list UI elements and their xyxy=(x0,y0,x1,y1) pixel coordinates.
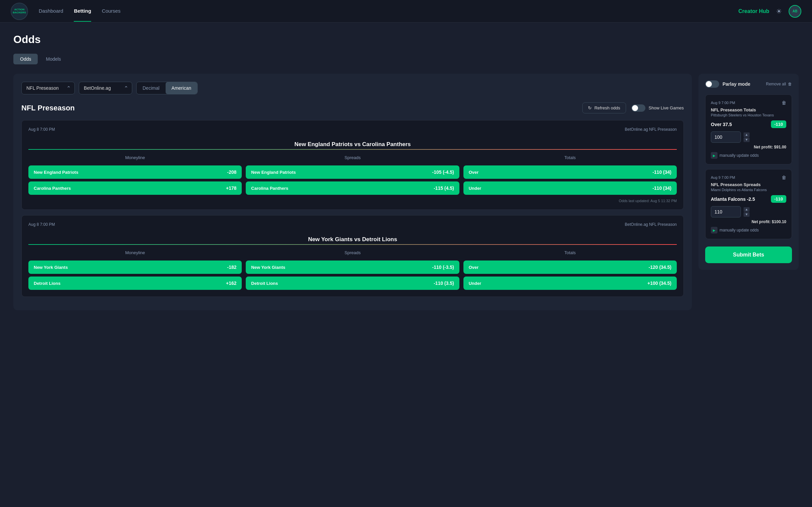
bet-input-row-1: ▲ ▼ xyxy=(711,206,786,218)
team-name: Carolina Panthers xyxy=(251,186,288,191)
league-select-wrapper: NFL Preseason ⌃ xyxy=(21,82,75,95)
odds-col-totals-0: Totals Over -110 (34) Under -110 (34) xyxy=(463,155,677,195)
sidebar-panel: Parlay mode Remove all 🗑 Aug 9 7:00 PM 🗑… xyxy=(699,74,799,270)
tab-odds[interactable]: Odds xyxy=(13,54,38,64)
creator-hub-link[interactable]: Creator Hub xyxy=(739,8,769,14)
league-select[interactable]: NFL Preseason xyxy=(21,82,75,95)
logo-text: ACTIONBACKERS xyxy=(13,8,26,14)
tab-models[interactable]: Models xyxy=(39,54,67,64)
bet-wager-input-0[interactable] xyxy=(711,131,741,143)
bet-delete-1[interactable]: 🗑 xyxy=(781,175,786,180)
odds-value: -182 xyxy=(227,265,237,270)
game-title-underline-1 xyxy=(29,244,677,245)
trash-icon: 🗑 xyxy=(788,82,792,87)
manually-update-1[interactable]: ▶ manually update odds xyxy=(711,227,786,233)
odds-col-moneyline-0: Moneyline New England Patriots -208 Caro… xyxy=(29,155,242,195)
bet-stepper-1: ▲ ▼ xyxy=(744,207,750,217)
spread-btn-cp[interactable]: Carolina Panthers -115 (4.5) xyxy=(246,181,459,195)
totals-header-1: Totals xyxy=(463,250,677,255)
moneyline-btn-cp[interactable]: Carolina Panthers +178 xyxy=(29,181,242,195)
parlay-mode-toggle[interactable] xyxy=(705,80,719,88)
odds-value: -110 (34) xyxy=(652,185,671,191)
game-header-row-1: Aug 8 7:00 PM BetOnline.ag NFL Preseason xyxy=(29,222,677,232)
game-date-1: Aug 8 7:00 PM xyxy=(29,222,55,227)
moneyline-btn-ne[interactable]: New England Patriots -208 xyxy=(29,165,242,179)
section-controls: ↻ Refresh odds Show Live Games xyxy=(582,102,684,113)
remove-all-button[interactable]: Remove all 🗑 xyxy=(766,82,792,87)
manually-update-icon-0: ▶ xyxy=(711,152,717,159)
game-source-0: BetOnline.ag NFL Preseason xyxy=(625,127,677,132)
total-btn-over-1[interactable]: Over -120 (34.5) xyxy=(463,261,677,274)
moneyline-btn-dl[interactable]: Detroit Lions +162 xyxy=(29,277,242,290)
book-select-wrapper: BetOnline.ag ⌃ xyxy=(79,82,132,95)
content-layout: NFL Preseason ⌃ BetOnline.ag ⌃ Decimal A… xyxy=(13,74,799,310)
net-profit-1: Net profit: $100.10 xyxy=(711,220,786,224)
total-btn-under-1[interactable]: Under +100 (34.5) xyxy=(463,277,677,290)
parlay-toggle-knob xyxy=(706,81,712,87)
game-title-1: New York Giants vs Detroit Lions xyxy=(308,236,397,243)
bet-selection-row-0: Over 37.5 -110 xyxy=(711,120,786,128)
bet-wager-input-1[interactable] xyxy=(711,206,741,218)
game-title-area-0: New England Patriots vs Carolina Panther… xyxy=(29,141,677,150)
spread-btn-nyg[interactable]: New York Giants -110 (-3.5) xyxy=(246,261,459,274)
logo[interactable]: ACTIONBACKERS xyxy=(11,3,28,20)
spread-btn-ne[interactable]: New England Patriots -105 (-4.5) xyxy=(246,165,459,179)
refresh-label: Refresh odds xyxy=(594,105,620,110)
nav-betting[interactable]: Betting xyxy=(74,1,91,22)
odds-value: -208 xyxy=(227,169,237,175)
nav-dashboard[interactable]: Dashboard xyxy=(39,1,63,22)
stepper-up-0[interactable]: ▲ xyxy=(744,132,750,137)
stepper-down-1[interactable]: ▼ xyxy=(744,212,750,217)
odds-col-moneyline-1: Moneyline New York Giants -182 Detroit L… xyxy=(29,250,242,290)
odds-value: -115 (4.5) xyxy=(434,185,454,191)
bet-delete-0[interactable]: 🗑 xyxy=(781,100,786,105)
team-name: New York Giants xyxy=(34,265,68,270)
parlay-toggle-area: Parlay mode xyxy=(705,80,750,88)
team-name: Detroit Lions xyxy=(251,281,278,286)
odds-col-totals-1: Totals Over -120 (34.5) Under +100 (34.5… xyxy=(463,250,677,290)
game-card-0: Aug 8 7:00 PM BetOnline.ag NFL Preseason… xyxy=(21,120,684,210)
live-toggle-knob xyxy=(632,105,638,111)
book-select[interactable]: BetOnline.ag xyxy=(79,82,132,95)
avatar[interactable]: AB xyxy=(789,5,801,18)
team-name: Under xyxy=(469,281,481,286)
submit-bets-button[interactable]: Submit Bets xyxy=(705,246,792,263)
total-btn-under[interactable]: Under -110 (34) xyxy=(463,181,677,195)
bet-date-0: Aug 9 7:00 PM xyxy=(711,101,735,105)
team-name: New England Patriots xyxy=(34,170,79,175)
moneyline-header-1: Moneyline xyxy=(29,250,242,255)
manually-update-0[interactable]: ▶ manually update odds xyxy=(711,152,786,159)
live-games-label: Show Live Games xyxy=(649,105,684,110)
theme-toggle-icon[interactable]: ☀ xyxy=(776,7,782,15)
stepper-up-1[interactable]: ▲ xyxy=(744,207,750,212)
format-decimal-btn[interactable]: Decimal xyxy=(137,82,166,94)
live-games-toggle[interactable] xyxy=(631,104,645,112)
bet-type-0: NFL Preseason Totals xyxy=(711,107,786,112)
game-title-0: New England Patriots vs Carolina Panther… xyxy=(295,141,411,148)
spread-btn-dl[interactable]: Detroit Lions -110 (3.5) xyxy=(246,277,459,290)
nav-right: Creator Hub ☀ AB xyxy=(739,5,801,18)
refresh-icon: ↻ xyxy=(588,105,592,110)
odds-format-toggle: Decimal American xyxy=(136,82,198,95)
odds-panel: NFL Preseason ⌃ BetOnline.ag ⌃ Decimal A… xyxy=(13,74,692,310)
bet-item-header-0: Aug 9 7:00 PM 🗑 xyxy=(711,100,786,105)
game-title-area-1: New York Giants vs Detroit Lions xyxy=(29,236,677,245)
odds-value: -110 (3.5) xyxy=(434,281,454,286)
total-btn-over[interactable]: Over -110 (34) xyxy=(463,165,677,179)
bet-input-row-0: ▲ ▼ xyxy=(711,131,786,143)
nav-courses[interactable]: Courses xyxy=(102,1,120,22)
game-date-0: Aug 8 7:00 PM xyxy=(29,127,55,132)
team-name: New York Giants xyxy=(251,265,285,270)
controls-row: NFL Preseason ⌃ BetOnline.ag ⌃ Decimal A… xyxy=(21,82,684,95)
manually-update-icon-1: ▶ xyxy=(711,227,717,233)
bet-item-header-1: Aug 9 7:00 PM 🗑 xyxy=(711,175,786,180)
bet-stepper-0: ▲ ▼ xyxy=(744,132,750,142)
refresh-button[interactable]: ↻ Refresh odds xyxy=(582,102,626,113)
net-profit-label-0: Net profit: $91.00 xyxy=(754,145,786,150)
format-american-btn[interactable]: American xyxy=(166,82,197,94)
bet-odds-badge-0: -110 xyxy=(771,120,786,128)
odds-footer-0: Odds last updated: Aug 5 11:32 PM xyxy=(29,199,677,203)
moneyline-btn-nyg[interactable]: New York Giants -182 xyxy=(29,261,242,274)
team-name: Over xyxy=(469,265,479,270)
stepper-down-0[interactable]: ▼ xyxy=(744,137,750,142)
